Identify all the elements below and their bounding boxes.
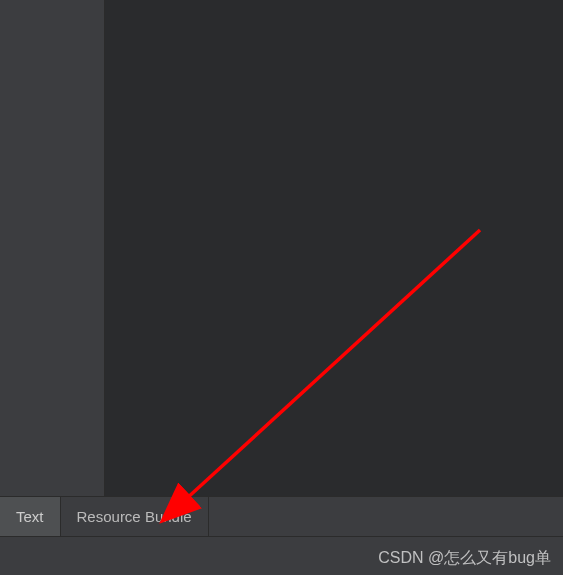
tab-resource-bundle[interactable]: Resource Bundle bbox=[61, 497, 209, 536]
editor-area[interactable] bbox=[105, 0, 563, 496]
main-area bbox=[0, 0, 563, 496]
tab-label: Text bbox=[16, 508, 44, 525]
watermark-text: CSDN @怎么又有bug单 bbox=[378, 548, 551, 569]
editor-tab-bar: Text Resource Bundle bbox=[0, 496, 563, 536]
left-panel bbox=[0, 0, 105, 496]
tab-label: Resource Bundle bbox=[77, 508, 192, 525]
tab-text[interactable]: Text bbox=[0, 497, 61, 536]
status-bar: CSDN @怎么又有bug单 bbox=[0, 536, 563, 575]
